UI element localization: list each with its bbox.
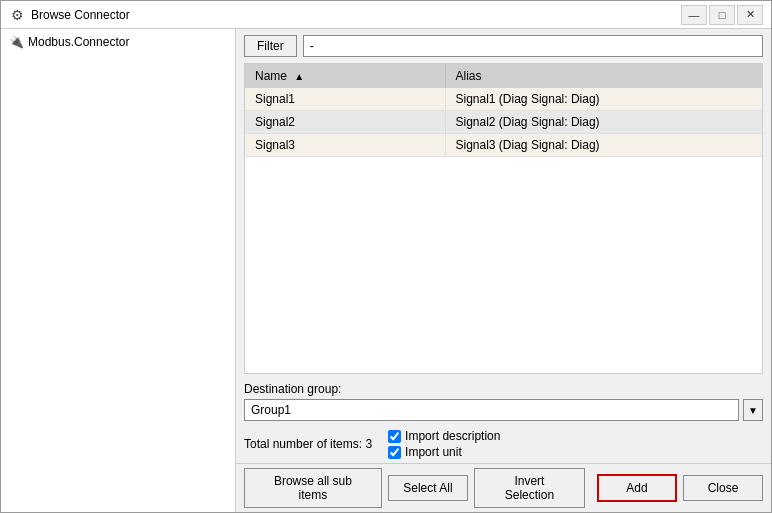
destination-group-label: Destination group: — [244, 382, 763, 396]
maximize-button[interactable]: □ — [709, 5, 735, 25]
title-bar-left: ⚙ Browse Connector — [9, 7, 130, 23]
tree-item-label: Modbus.Connector — [28, 35, 129, 49]
window-title: Browse Connector — [31, 8, 130, 22]
right-panel: Filter Name ▲ Alias — [236, 29, 771, 512]
cell-name: Signal2 — [245, 111, 445, 134]
import-unit-row: Import unit — [388, 445, 500, 459]
window-icon: ⚙ — [9, 7, 25, 23]
import-description-checkbox[interactable] — [388, 430, 401, 443]
table-row[interactable]: Signal2Signal2 (Diag Signal: Diag) — [245, 111, 762, 134]
tree-item-modbus[interactable]: 🔌 Modbus.Connector — [5, 33, 231, 51]
import-unit-label: Import unit — [405, 445, 462, 459]
cell-alias: Signal1 (Diag Signal: Diag) — [445, 88, 762, 111]
filter-row: Filter — [236, 29, 771, 63]
add-button[interactable]: Add — [597, 474, 677, 502]
import-description-row: Import description — [388, 429, 500, 443]
table-row[interactable]: Signal3Signal3 (Diag Signal: Diag) — [245, 134, 762, 157]
tree-panel: 🔌 Modbus.Connector — [1, 29, 236, 512]
destination-select-row: ▼ — [244, 399, 763, 421]
column-header-alias[interactable]: Alias — [445, 64, 762, 88]
minimize-button[interactable]: — — [681, 5, 707, 25]
connector-icon: 🔌 — [9, 35, 24, 49]
footer-checkboxes: Import description Import unit — [388, 429, 500, 459]
column-header-name[interactable]: Name ▲ — [245, 64, 445, 88]
import-description-label: Import description — [405, 429, 500, 443]
destination-group-area: Destination group: ▼ — [236, 374, 771, 425]
footer-top: Total number of items: 3 Import descript… — [236, 425, 771, 463]
title-bar: ⚙ Browse Connector — □ ✕ — [1, 1, 771, 29]
cell-alias: Signal2 (Diag Signal: Diag) — [445, 111, 762, 134]
sort-indicator: ▲ — [294, 71, 304, 82]
signal-table: Name ▲ Alias Signal1Signal1 (Diag Signal… — [244, 63, 763, 374]
footer-area: Total number of items: 3 Import descript… — [236, 425, 771, 512]
table-row[interactable]: Signal1Signal1 (Diag Signal: Diag) — [245, 88, 762, 111]
cell-name: Signal1 — [245, 88, 445, 111]
footer-bottom: Browse all sub items Select All Invert S… — [236, 463, 771, 512]
close-button[interactable]: Close — [683, 475, 763, 501]
window-controls: — □ ✕ — [681, 5, 763, 25]
filter-input[interactable] — [303, 35, 763, 57]
destination-dropdown-button[interactable]: ▼ — [743, 399, 763, 421]
browse-all-button[interactable]: Browse all sub items — [244, 468, 382, 508]
import-unit-checkbox[interactable] — [388, 446, 401, 459]
filter-button[interactable]: Filter — [244, 35, 297, 57]
content-area: 🔌 Modbus.Connector Filter Name ▲ — [1, 29, 771, 512]
select-all-button[interactable]: Select All — [388, 475, 468, 501]
invert-selection-button[interactable]: Invert Selection — [474, 468, 585, 508]
browse-connector-window: ⚙ Browse Connector — □ ✕ 🔌 Modbus.Connec… — [0, 0, 772, 513]
table-header-row: Name ▲ Alias — [245, 64, 762, 88]
cell-alias: Signal3 (Diag Signal: Diag) — [445, 134, 762, 157]
destination-group-input[interactable] — [244, 399, 739, 421]
close-window-button[interactable]: ✕ — [737, 5, 763, 25]
cell-name: Signal3 — [245, 134, 445, 157]
total-items-label: Total number of items: 3 — [244, 437, 372, 451]
